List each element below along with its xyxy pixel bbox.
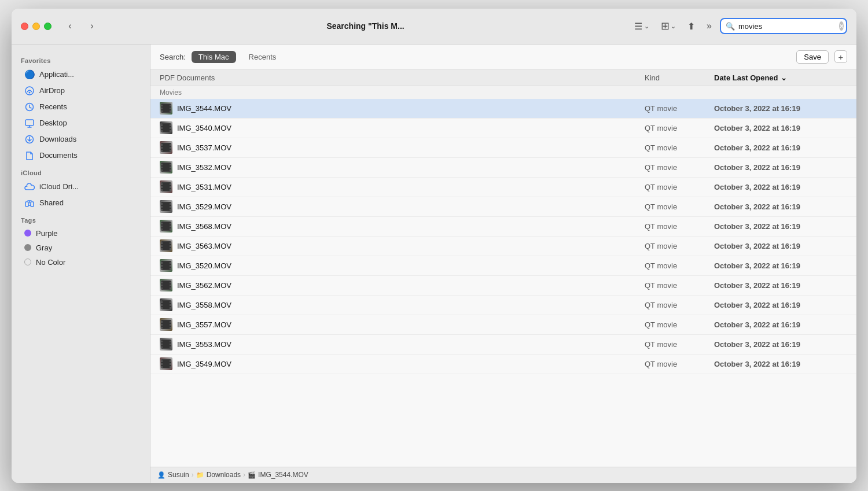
desktop-icon <box>24 118 35 128</box>
svg-rect-33 <box>170 167 171 168</box>
grid-view-button[interactable]: ⊞ ⌄ <box>657 17 679 35</box>
svg-rect-12 <box>170 108 171 109</box>
forward-button[interactable]: › <box>84 18 100 34</box>
file-kind: QT movie <box>645 183 714 191</box>
col-date-header[interactable]: Date Last Opened ⌄ <box>714 73 847 82</box>
svg-rect-57 <box>161 242 163 244</box>
file-row[interactable]: IMG_3537.MOVQT movieOctober 3, 2022 at 1… <box>150 138 856 158</box>
file-row[interactable]: IMG_3532.MOVQT movieOctober 3, 2022 at 1… <box>150 158 856 178</box>
file-name: IMG_3557.MOV <box>177 320 645 329</box>
view-chevron-icon: ⌄ <box>671 23 676 30</box>
minimize-button[interactable] <box>32 23 40 30</box>
back-button[interactable]: ‹ <box>62 18 78 34</box>
sidebar-item-purple[interactable]: Purple <box>15 226 146 241</box>
svg-rect-50 <box>161 223 163 224</box>
scope-recents-button[interactable]: Recents <box>242 51 284 63</box>
svg-rect-101 <box>161 366 163 368</box>
svg-rect-73 <box>161 287 163 289</box>
airdrop-icon <box>24 86 35 96</box>
svg-rect-18 <box>170 124 171 126</box>
svg-rect-80 <box>161 307 163 309</box>
svg-rect-76 <box>170 287 171 289</box>
file-row[interactable]: IMG_3568.MOVQT movieOctober 3, 2022 at 1… <box>150 217 856 237</box>
svg-rect-74 <box>170 282 171 283</box>
more-icon: » <box>707 21 712 31</box>
maximize-button[interactable] <box>44 23 52 30</box>
col-kind-header: Kind <box>645 73 714 82</box>
sidebar-item-shared[interactable]: Shared <box>15 195 146 211</box>
scope-this-mac-button[interactable]: This Mac <box>192 51 236 63</box>
file-row[interactable]: IMG_3549.MOVQT movieOctober 3, 2022 at 1… <box>150 355 856 374</box>
toolbar-right: ☰ ⌄ ⊞ ⌄ ⬆ » 🔍 movies ✕ <box>631 17 847 35</box>
sidebar-item-downloads[interactable]: Downloads <box>15 131 146 147</box>
close-button[interactable] <box>21 23 28 30</box>
svg-point-1 <box>29 91 31 93</box>
file-row[interactable]: IMG_3562.MOVQT movieOctober 3, 2022 at 1… <box>150 276 856 296</box>
sidebar-label-gray: Gray <box>36 243 52 252</box>
file-date: October 3, 2022 at 16:19 <box>714 163 847 172</box>
file-row[interactable]: IMG_3557.MOVQT movieOctober 3, 2022 at 1… <box>150 315 856 335</box>
svg-rect-23 <box>161 147 163 149</box>
file-row[interactable]: IMG_3558.MOVQT movieOctober 3, 2022 at 1… <box>150 296 856 315</box>
sidebar-item-airdrop[interactable]: AirDrop <box>15 83 146 99</box>
file-kind: QT movie <box>645 222 714 231</box>
search-input[interactable]: movies <box>738 22 836 31</box>
sidebar: Favorites 🔵 Applicati... AirDrop <box>12 45 150 483</box>
svg-rect-3 <box>25 120 34 125</box>
more-button[interactable]: » <box>703 19 715 34</box>
tags-header: Tags <box>12 211 150 226</box>
file-row[interactable]: IMG_3520.MOVQT movieOctober 3, 2022 at 1… <box>150 256 856 276</box>
statusbar-sep2: › <box>243 471 245 479</box>
svg-rect-96 <box>170 344 171 345</box>
file-date: October 3, 2022 at 16:19 <box>714 320 847 329</box>
file-name: IMG_3540.MOV <box>177 124 645 132</box>
sidebar-item-icloud-drive[interactable]: iCloud Dri... <box>15 179 146 195</box>
share-button[interactable]: ⬆ <box>684 19 698 34</box>
sidebar-item-recents[interactable]: Recents <box>15 99 146 115</box>
file-row[interactable]: IMG_3540.MOVQT movieOctober 3, 2022 at 1… <box>150 119 856 138</box>
file-date: October 3, 2022 at 16:19 <box>714 360 847 368</box>
purple-dot <box>24 230 31 237</box>
file-kind: QT movie <box>645 104 714 113</box>
file-row[interactable]: IMG_3553.MOVQT movieOctober 3, 2022 at 1… <box>150 335 856 355</box>
documents-icon <box>24 150 35 161</box>
svg-rect-97 <box>170 346 171 348</box>
svg-rect-88 <box>170 321 171 323</box>
svg-rect-66 <box>161 268 163 270</box>
file-date: October 3, 2022 at 16:19 <box>714 340 847 349</box>
add-filter-button[interactable]: + <box>834 50 847 63</box>
file-kind: QT movie <box>645 320 714 329</box>
window-title: Searching "This M... <box>106 21 625 31</box>
file-row[interactable]: IMG_3563.MOVQT movieOctober 3, 2022 at 1… <box>150 237 856 256</box>
svg-rect-22 <box>161 144 163 146</box>
svg-rect-55 <box>170 228 171 230</box>
file-name: IMG_3537.MOV <box>177 143 645 152</box>
statusbar-file: IMG_3544.MOV <box>258 471 308 479</box>
sidebar-item-no-color[interactable]: No Color <box>15 255 146 270</box>
file-row[interactable]: IMG_3529.MOVQT movieOctober 3, 2022 at 1… <box>150 197 856 217</box>
svg-rect-43 <box>161 203 163 205</box>
sidebar-label-airdrop: AirDrop <box>39 86 65 95</box>
svg-rect-48 <box>170 209 171 211</box>
svg-rect-40 <box>170 186 171 188</box>
list-view-button[interactable]: ☰ ⌄ <box>631 19 653 34</box>
search-icon: 🔍 <box>726 22 735 31</box>
recents-icon <box>24 102 35 112</box>
save-search-button[interactable]: Save <box>796 50 829 64</box>
svg-rect-15 <box>161 124 163 126</box>
file-kind: QT movie <box>645 163 714 172</box>
sidebar-label-desktop: Desktop <box>39 119 67 127</box>
svg-rect-9 <box>161 108 163 109</box>
sidebar-item-gray[interactable]: Gray <box>15 241 146 255</box>
sidebar-item-desktop[interactable]: Desktop <box>15 115 146 131</box>
file-name: IMG_3553.MOV <box>177 340 645 349</box>
svg-rect-45 <box>161 209 163 211</box>
sidebar-item-applications[interactable]: 🔵 Applicati... <box>15 67 146 83</box>
svg-rect-78 <box>161 301 163 303</box>
file-row[interactable]: IMG_3531.MOVQT movieOctober 3, 2022 at 1… <box>150 178 856 197</box>
file-kind: QT movie <box>645 242 714 250</box>
search-clear-button[interactable]: ✕ <box>839 21 844 31</box>
sidebar-item-documents[interactable]: Documents <box>15 147 146 164</box>
sidebar-label-no-color: No Color <box>36 258 65 267</box>
file-row[interactable]: IMG_3544.MOVQT movieOctober 3, 2022 at 1… <box>150 99 856 119</box>
